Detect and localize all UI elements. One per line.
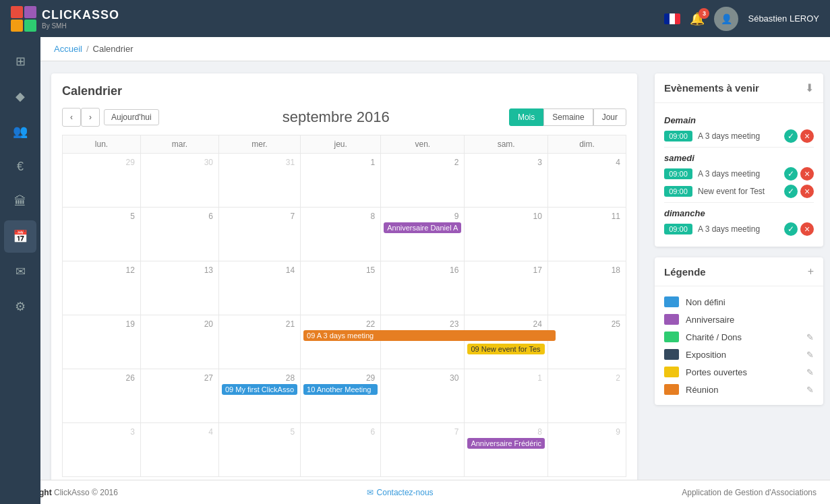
table-row[interactable]: 11 <box>547 208 626 261</box>
calendar-event-newtest[interactable]: 09 New event for Tes <box>467 344 545 354</box>
day-number: 16 <box>384 264 461 276</box>
table-row[interactable]: 2 <box>547 369 626 423</box>
table-row[interactable]: 12 <box>63 261 141 315</box>
upcoming-confirm-button[interactable]: ✓ <box>784 222 798 236</box>
table-row[interactable]: 16 <box>381 261 465 315</box>
table-row[interactable]: 2409 New event for Tes <box>465 315 548 369</box>
upcoming-confirm-button[interactable]: ✓ <box>784 167 798 181</box>
table-row[interactable]: 2209 A 3 days meeting <box>301 315 381 369</box>
day-number: 27 <box>144 372 216 384</box>
calendar-card: Calendrier ‹ › Aujourd'hui septembre 201… <box>51 73 637 488</box>
table-row[interactable]: 30 <box>140 154 218 208</box>
legend-color-swatch <box>664 332 679 342</box>
legend-edit-button[interactable]: ✎ <box>806 367 814 377</box>
notifications-button[interactable]: 🔔 3 <box>690 11 705 26</box>
table-row[interactable]: 2 <box>381 154 465 208</box>
upcoming-dismiss-button[interactable]: × <box>800 185 814 198</box>
prev-month-button[interactable]: ‹ <box>62 108 81 127</box>
table-row[interactable]: 27 <box>140 369 218 423</box>
table-row[interactable]: 5 <box>63 208 141 261</box>
upcoming-confirm-button[interactable]: ✓ <box>784 129 798 143</box>
breadcrumb-home[interactable]: Accueil <box>54 44 82 54</box>
table-row[interactable]: 15 <box>301 261 381 315</box>
col-lun: lun. <box>63 135 141 154</box>
upcoming-dismiss-button[interactable]: × <box>800 167 814 181</box>
table-row[interactable]: 21 <box>218 315 300 369</box>
sidebar-item-settings[interactable]: ⚙ <box>4 290 36 323</box>
table-row[interactable]: 13 <box>140 261 218 315</box>
sidebar-item-finance[interactable]: € <box>4 150 36 183</box>
table-row[interactable]: 6 <box>301 423 381 477</box>
view-week-button[interactable]: Semaine <box>543 108 593 126</box>
add-legend-icon[interactable]: + <box>808 265 814 278</box>
upcoming-section: Demain09:00A 3 days meeting✓×samedi09:00… <box>655 103 823 247</box>
table-row[interactable]: 25 <box>547 315 626 369</box>
table-row[interactable]: 18 <box>547 261 626 315</box>
right-panel: Evènements à venir ⬇ Demain09:00A 3 days… <box>648 63 830 499</box>
table-row[interactable]: 7 <box>218 208 300 261</box>
download-icon[interactable]: ⬇ <box>805 82 814 94</box>
upcoming-event-row: 09:00A 3 days meeting✓× <box>664 222 814 236</box>
table-row[interactable]: 8Anniversaire Frédéric <box>465 423 548 477</box>
sidebar-item-mail[interactable]: ✉ <box>4 255 36 288</box>
table-row[interactable]: 2910 Another Meeting <box>301 369 381 423</box>
table-row[interactable]: 4 <box>140 423 218 477</box>
table-row[interactable]: 8 <box>301 208 381 261</box>
table-row[interactable]: 14 <box>218 261 300 315</box>
day-number: 4 <box>144 426 216 438</box>
table-row[interactable]: 3 <box>63 423 141 477</box>
table-row[interactable]: 3 <box>465 154 548 208</box>
table-row[interactable]: 5 <box>218 423 300 477</box>
table-row[interactable]: 6 <box>140 208 218 261</box>
sidebar-item-calendar[interactable]: 📅 <box>4 220 36 253</box>
table-row[interactable]: 7 <box>381 423 465 477</box>
avatar[interactable]: 👤 <box>714 7 738 31</box>
calendar-event[interactable]: 09 My first ClickAsso <box>222 384 297 395</box>
table-row[interactable]: 20 <box>140 315 218 369</box>
calendar-event[interactable]: Anniversaire Frédéric <box>467 438 545 449</box>
list-item: Non défini <box>664 293 814 311</box>
next-month-button[interactable]: › <box>81 108 100 127</box>
table-row[interactable]: 31 <box>218 154 300 208</box>
table-row[interactable]: 26 <box>63 369 141 423</box>
table-row[interactable]: 1 <box>465 369 548 423</box>
table-row[interactable]: 9Anniversaire Daniel A <box>381 208 465 261</box>
upcoming-confirm-button[interactable]: ✓ <box>784 185 798 198</box>
calendar-week-row: 26272809 My first ClickAsso2910 Another … <box>63 369 626 423</box>
list-item: Anniversaire <box>664 311 814 328</box>
legend-edit-button[interactable]: ✎ <box>806 332 814 342</box>
legend-item-label: Non défini <box>686 297 814 307</box>
legend-edit-button[interactable]: ✎ <box>806 385 814 395</box>
flag-icon[interactable] <box>664 13 680 24</box>
sidebar-item-users[interactable]: 👥 <box>4 115 36 148</box>
view-day-button[interactable]: Jour <box>593 108 626 126</box>
svg-rect-3 <box>24 20 36 32</box>
today-button[interactable]: Aujourd'hui <box>104 109 159 125</box>
view-month-button[interactable]: Mois <box>509 108 543 126</box>
col-jeu: jeu. <box>301 135 381 154</box>
table-row[interactable]: 4 <box>547 154 626 208</box>
table-row[interactable]: 30 <box>381 369 465 423</box>
table-row[interactable]: 29 <box>63 154 141 208</box>
col-sam: sam. <box>465 135 548 154</box>
table-row[interactable]: 9 <box>547 423 626 477</box>
table-row[interactable]: 17 <box>465 261 548 315</box>
calendar-event-a3days[interactable]: 09 A 3 days meeting <box>303 330 556 341</box>
table-row[interactable]: 2809 My first ClickAsso <box>218 369 300 423</box>
sidebar-item-diamond[interactable]: ◆ <box>4 80 36 113</box>
legend-item-label: Charité / Dons <box>686 332 800 342</box>
upcoming-dismiss-button[interactable]: × <box>800 222 814 236</box>
sidebar-item-dashboard[interactable]: ⊞ <box>4 45 36 77</box>
sidebar-item-bank[interactable]: 🏛 <box>4 185 36 218</box>
footer-center[interactable]: ✉ Contactez-nous <box>367 488 434 497</box>
calendar-event[interactable]: 10 Another Meeting <box>303 384 378 395</box>
table-row[interactable]: 19 <box>63 315 141 369</box>
table-row[interactable]: 10 <box>465 208 548 261</box>
calendar-event[interactable]: Anniversaire Daniel A <box>384 222 461 233</box>
legend-edit-button[interactable]: ✎ <box>806 350 814 360</box>
table-row[interactable]: 23 <box>381 315 465 369</box>
table-row[interactable]: 1 <box>301 154 381 208</box>
upcoming-dismiss-button[interactable]: × <box>800 129 814 143</box>
calendar-week-row: 345678Anniversaire Frédéric9 <box>63 423 626 477</box>
day-number: 29 <box>65 156 138 168</box>
